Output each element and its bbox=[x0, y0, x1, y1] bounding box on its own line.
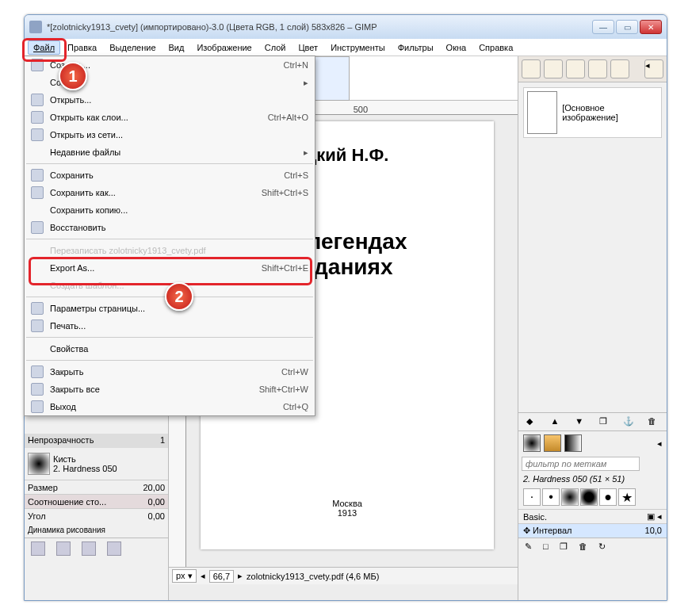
menu-item-create[interactable]: Создать▸ bbox=[25, 74, 315, 91]
menu-help[interactable]: Справка bbox=[473, 40, 518, 55]
menu-item-export-as[interactable]: Export As...Shift+Ctrl+E bbox=[25, 259, 315, 277]
menu-item-create-template[interactable]: Создать шаблон... bbox=[25, 277, 315, 294]
new-brush-icon[interactable]: □ bbox=[543, 541, 549, 552]
menu-item-save[interactable]: СохранитьCtrl+S bbox=[25, 166, 315, 184]
menu-windows[interactable]: Окна bbox=[441, 40, 472, 55]
brush-row[interactable]: Кисть 2. Hardness 050 bbox=[25, 448, 168, 480]
revert-icon bbox=[31, 221, 44, 234]
dup-icon[interactable]: ❐ bbox=[599, 416, 610, 427]
doc-year: 1913 bbox=[201, 508, 494, 518]
unit-selector[interactable]: px ▾ bbox=[172, 569, 197, 583]
brush-info: 2. Hardness 050 (51 × 51) bbox=[518, 473, 667, 485]
brush-preset-4[interactable] bbox=[580, 488, 598, 506]
brush-preset-5[interactable]: ● bbox=[599, 488, 617, 506]
zoom-value[interactable]: 66,7 bbox=[209, 570, 234, 583]
menu-item-save-as[interactable]: Сохранить как...Shift+Ctrl+S bbox=[25, 184, 315, 201]
menu-layer[interactable]: Слой bbox=[259, 40, 292, 55]
menu-item-quit[interactable]: ВыходCtrl+Q bbox=[25, 398, 315, 415]
anchor-icon[interactable]: ⚓ bbox=[623, 416, 634, 427]
ruler-tick: 500 bbox=[354, 105, 368, 114]
titlebar: *[zolotnicky1913_cvety] (импортировано)-… bbox=[25, 15, 667, 39]
pattern-swatch-icon[interactable] bbox=[544, 434, 561, 452]
brush-preset-3[interactable] bbox=[561, 488, 579, 506]
size-row[interactable]: Размер 20,00 bbox=[25, 480, 168, 494]
interval-label: Интервал bbox=[533, 526, 572, 535]
menu-image[interactable]: Изображение bbox=[191, 40, 257, 55]
menu-item-recent[interactable]: Недавние файлы▸ bbox=[25, 143, 315, 161]
menu-item-print[interactable]: Печать... bbox=[25, 317, 315, 335]
new-icon bbox=[31, 59, 44, 71]
angle-label: Угол bbox=[28, 511, 46, 521]
brush-bottom-icons: ✎ □ ❐ 🗑 ↻ bbox=[518, 538, 667, 555]
layers-tab-icon[interactable] bbox=[522, 59, 541, 78]
menu-item-save-copy[interactable]: Сохранить копию... bbox=[25, 201, 315, 219]
menu-item-overwrite[interactable]: Перезаписать zolotnicky1913_cvety.pdf bbox=[25, 242, 315, 259]
menubar: Файл Правка Выделение Вид Изображение Сл… bbox=[25, 39, 667, 56]
del-brush-icon[interactable]: 🗑 bbox=[579, 541, 587, 552]
maximize-button[interactable]: ▭ bbox=[616, 20, 638, 34]
menu-item-open[interactable]: Открыть... bbox=[25, 91, 315, 109]
menu-tools[interactable]: Инструменты bbox=[325, 40, 391, 55]
angle-row[interactable]: Угол 0,00 bbox=[25, 508, 168, 522]
menu-item-revert[interactable]: Восстановить bbox=[25, 219, 315, 236]
paths-tab-icon[interactable] bbox=[566, 59, 585, 78]
menu-item-open-location[interactable]: Открыть из сети... bbox=[25, 126, 315, 143]
options-icon[interactable] bbox=[31, 541, 45, 556]
basic-row[interactable]: Basic. ▣ ◂ bbox=[518, 509, 667, 523]
brush-swatch-icon[interactable] bbox=[523, 434, 541, 452]
dup-brush-icon[interactable]: ❐ bbox=[560, 541, 568, 552]
gradient-swatch-icon[interactable] bbox=[564, 434, 582, 452]
up-icon[interactable]: ▲ bbox=[551, 416, 562, 427]
menu-select[interactable]: Выделение bbox=[104, 40, 161, 55]
menu-edit[interactable]: Правка bbox=[62, 40, 102, 55]
menu-item-new[interactable]: Создать...Ctrl+N bbox=[25, 56, 315, 74]
menu-item-close[interactable]: ЗакрытьCtrl+W bbox=[25, 363, 315, 381]
minimize-button[interactable]: — bbox=[592, 20, 614, 34]
layer-label: [Основное изображение] bbox=[562, 103, 658, 122]
aspect-row[interactable]: Соотношение сто... 0,00 bbox=[25, 494, 168, 508]
delete-icon[interactable] bbox=[82, 541, 96, 556]
channels-tab-icon[interactable] bbox=[544, 59, 563, 78]
refresh-brush-icon[interactable]: ↻ bbox=[598, 541, 606, 552]
zoom-down-icon[interactable]: ◂ bbox=[200, 571, 206, 581]
menu-filters[interactable]: Фильтры bbox=[392, 40, 439, 55]
opacity-label: Непрозрачность bbox=[28, 435, 94, 446]
dynamics-row[interactable]: Динамика рисования bbox=[25, 522, 168, 538]
swatch-row: ◂ bbox=[518, 430, 667, 455]
file-menu: Создать...Ctrl+N Создать▸ Открыть... Отк… bbox=[24, 55, 315, 416]
menu-item-close-all[interactable]: Закрыть всеShift+Ctrl+W bbox=[25, 381, 315, 398]
basic-label: Basic. bbox=[523, 512, 547, 522]
close-button[interactable]: ✕ bbox=[640, 20, 662, 34]
menu-file[interactable]: Файл bbox=[28, 40, 60, 55]
layer-row[interactable]: [Основное изображение] bbox=[523, 87, 662, 138]
brush-thumb-icon[interactable] bbox=[28, 453, 50, 475]
menu-color[interactable]: Цвет bbox=[292, 40, 323, 55]
zoom-up-icon[interactable]: ▸ bbox=[237, 571, 243, 581]
doc-place: Москва bbox=[201, 499, 494, 508]
app-icon bbox=[29, 21, 42, 33]
size-value: 20,00 bbox=[143, 483, 165, 492]
brush-preset-2[interactable]: • bbox=[542, 488, 560, 506]
swatch-menu-icon[interactable]: ◂ bbox=[657, 438, 662, 449]
down-icon[interactable]: ▼ bbox=[575, 416, 586, 427]
menu-item-page-setup[interactable]: Параметры страницы... bbox=[25, 300, 315, 317]
opacity-row[interactable]: Непрозрачность 1 bbox=[25, 434, 168, 448]
interval-row[interactable]: ✥ Интервал 10,0 bbox=[518, 523, 667, 538]
filter-input[interactable] bbox=[522, 457, 640, 471]
undo-tab-icon[interactable] bbox=[588, 59, 607, 78]
menu-item-open-layers[interactable]: Открыть как слои...Ctrl+Alt+O bbox=[25, 109, 315, 126]
edit-brush-icon[interactable]: ✎ bbox=[525, 541, 532, 552]
diamond-icon[interactable]: ◆ bbox=[526, 416, 537, 427]
misc-tab-icon[interactable] bbox=[610, 59, 629, 78]
reset-icon[interactable] bbox=[56, 541, 71, 556]
brush-preset-1[interactable]: · bbox=[523, 488, 541, 506]
trash-icon[interactable]: 🗑 bbox=[648, 416, 659, 427]
panel-menu-icon[interactable]: ◂ bbox=[644, 59, 663, 78]
reload-icon[interactable] bbox=[107, 541, 121, 556]
layer-action-icons: ◆ ▲ ▼ ❐ ⚓ 🗑 bbox=[518, 412, 667, 430]
basic-menu-icon[interactable]: ▣ ◂ bbox=[647, 511, 662, 522]
menu-view[interactable]: Вид bbox=[163, 40, 190, 55]
brush-preset-6[interactable]: ★ bbox=[618, 488, 636, 506]
menu-item-properties[interactable]: Свойства bbox=[25, 340, 315, 358]
right-toolbar: ◂ bbox=[518, 56, 667, 82]
